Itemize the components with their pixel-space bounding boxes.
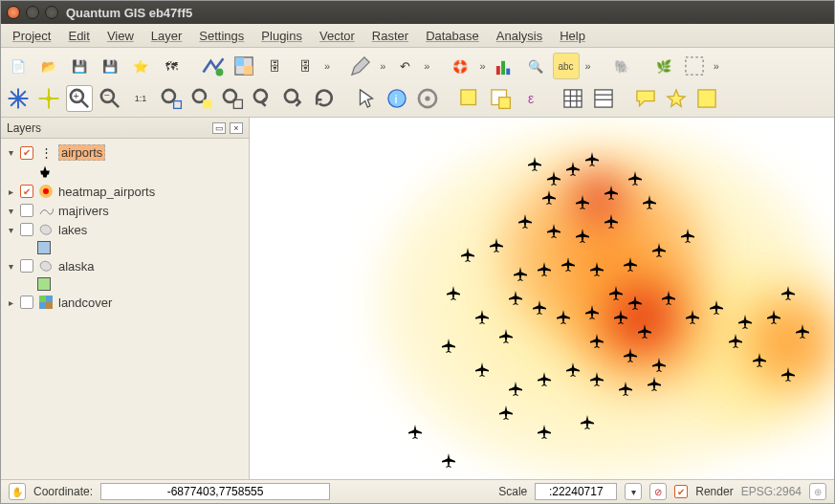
- grass-region-icon[interactable]: [681, 53, 708, 79]
- chevron-down-icon[interactable]: ▾: [5, 225, 16, 235]
- overflow-icon[interactable]: »: [322, 60, 332, 72]
- expression-select-icon[interactable]: ε: [517, 85, 544, 112]
- layer-checkbox[interactable]: [20, 204, 33, 217]
- layer-checkbox[interactable]: [20, 185, 33, 198]
- zoom-selection-icon[interactable]: [188, 85, 215, 112]
- add-spatialite-icon[interactable]: 🗄: [292, 53, 319, 79]
- layer-checkbox[interactable]: [20, 223, 33, 236]
- layers-title: Layers: [7, 121, 41, 135]
- bookmark-icon[interactable]: [663, 85, 690, 112]
- layer-landcover[interactable]: ▸ landcover: [5, 293, 245, 312]
- menu-layer[interactable]: Layer: [151, 29, 183, 43]
- field-calc-icon[interactable]: [590, 85, 617, 112]
- layer-label: landcover: [58, 296, 112, 310]
- polygon-symbol-icon: [37, 258, 55, 274]
- layer-alaska[interactable]: ▾ alaska: [5, 256, 245, 275]
- chevron-right-icon[interactable]: ▸: [5, 186, 16, 197]
- composer-manager-icon[interactable]: 🗺: [158, 53, 185, 79]
- menu-settings[interactable]: Settings: [199, 29, 244, 43]
- undo-icon[interactable]: ↶: [391, 53, 418, 79]
- save-as-icon[interactable]: 💾: [97, 53, 123, 79]
- menu-plugins[interactable]: Plugins: [261, 29, 302, 43]
- svg-rect-43: [46, 302, 53, 309]
- overflow-icon[interactable]: »: [583, 60, 593, 72]
- menu-vector[interactable]: Vector: [319, 29, 355, 43]
- menu-analysis[interactable]: Analysis: [496, 29, 542, 43]
- scale-input[interactable]: [535, 483, 617, 500]
- zoom-layer-icon[interactable]: 🔍: [522, 53, 549, 79]
- svg-rect-6: [506, 69, 510, 76]
- overflow-icon[interactable]: »: [712, 60, 721, 72]
- chevron-down-icon[interactable]: ▾: [5, 261, 16, 272]
- zoom-native-icon[interactable]: 1:1: [127, 85, 154, 112]
- menu-database[interactable]: Database: [426, 29, 479, 43]
- stop-render-icon[interactable]: ⊘: [649, 483, 667, 500]
- menu-raster[interactable]: Raster: [372, 29, 408, 43]
- histogram-icon[interactable]: [492, 53, 518, 79]
- zoom-out-icon[interactable]: −: [97, 85, 123, 112]
- chevron-down-icon[interactable]: ▾: [5, 147, 16, 158]
- table-icon[interactable]: [560, 85, 586, 112]
- layer-heatmap-airports[interactable]: ▸ heatmap_airports: [5, 182, 245, 201]
- identify-icon[interactable]: i: [384, 85, 410, 112]
- overflow-icon[interactable]: »: [422, 60, 431, 72]
- svg-line-10: [82, 101, 89, 108]
- new-composer-icon[interactable]: ⭐: [127, 53, 154, 79]
- zoom-last-icon[interactable]: [250, 85, 276, 112]
- overflow-icon[interactable]: »: [378, 60, 387, 72]
- maximize-icon[interactable]: [45, 6, 58, 19]
- add-postgis-icon[interactable]: 🗄: [261, 53, 288, 79]
- close-panel-icon[interactable]: ×: [230, 122, 243, 134]
- undock-icon[interactable]: ▭: [212, 122, 226, 134]
- svg-rect-2: [235, 57, 244, 66]
- new-project-icon[interactable]: 📄: [5, 53, 32, 79]
- help-icon[interactable]: 🛟: [447, 53, 473, 79]
- menu-view[interactable]: View: [107, 29, 134, 43]
- layer-lakes[interactable]: ▾ lakes: [5, 220, 245, 239]
- render-checkbox[interactable]: [674, 485, 688, 498]
- svg-point-8: [46, 96, 51, 100]
- grass-tools-icon[interactable]: 🌿: [650, 53, 677, 79]
- layer-checkbox[interactable]: [20, 259, 33, 273]
- chevron-down-icon[interactable]: ▾: [5, 206, 16, 216]
- save-project-icon[interactable]: 💾: [66, 53, 93, 79]
- layer-majrivers[interactable]: ▾ majrivers: [5, 201, 245, 220]
- select-icon[interactable]: [456, 85, 483, 112]
- menu-project[interactable]: Project: [12, 29, 51, 43]
- layer-legend-icon: [37, 163, 245, 182]
- layers-tree[interactable]: ▾ ⋮ airports ▸ heatmap_airports ▾ majr: [1, 139, 249, 479]
- zoom-layer-extent-icon[interactable]: [219, 85, 246, 112]
- scale-dropdown-icon[interactable]: ▾: [625, 483, 642, 500]
- annotation-icon[interactable]: [632, 85, 659, 112]
- edit-toggle-icon[interactable]: [347, 53, 374, 79]
- map-canvas[interactable]: [250, 118, 834, 479]
- menu-help[interactable]: Help: [560, 29, 585, 43]
- add-raster-icon[interactable]: [231, 53, 257, 79]
- zoom-full-icon[interactable]: [158, 85, 185, 112]
- zoom-in-icon[interactable]: +: [66, 85, 93, 112]
- crs-icon[interactable]: ⊕: [809, 483, 826, 500]
- chevron-right-icon[interactable]: ▸: [5, 297, 16, 308]
- coordinate-input[interactable]: [100, 483, 330, 500]
- minimize-icon[interactable]: [26, 6, 39, 19]
- pan-selection-icon[interactable]: [35, 85, 62, 112]
- add-vector-icon[interactable]: [200, 53, 227, 79]
- crs-label[interactable]: EPSG:2964: [741, 485, 802, 498]
- menu-edit[interactable]: Edit: [68, 29, 89, 43]
- postgis-icon[interactable]: 🐘: [608, 53, 635, 79]
- new-bookmark-icon[interactable]: [693, 85, 720, 112]
- zoom-next-icon[interactable]: [280, 85, 307, 112]
- deselect-icon[interactable]: [487, 85, 514, 112]
- toggle-extents-icon[interactable]: ✋: [9, 483, 26, 500]
- layer-checkbox[interactable]: [20, 146, 33, 160]
- refresh-icon[interactable]: [311, 85, 338, 112]
- pan-icon[interactable]: [5, 85, 32, 112]
- layer-airports[interactable]: ▾ ⋮ airports: [5, 142, 245, 163]
- open-project-icon[interactable]: 📂: [35, 53, 62, 79]
- close-icon[interactable]: [7, 6, 20, 19]
- label-icon[interactable]: abc: [553, 53, 580, 79]
- pointer-icon[interactable]: [353, 85, 380, 112]
- layer-checkbox[interactable]: [20, 296, 33, 309]
- actions-icon[interactable]: [414, 85, 441, 112]
- overflow-icon[interactable]: »: [477, 60, 487, 72]
